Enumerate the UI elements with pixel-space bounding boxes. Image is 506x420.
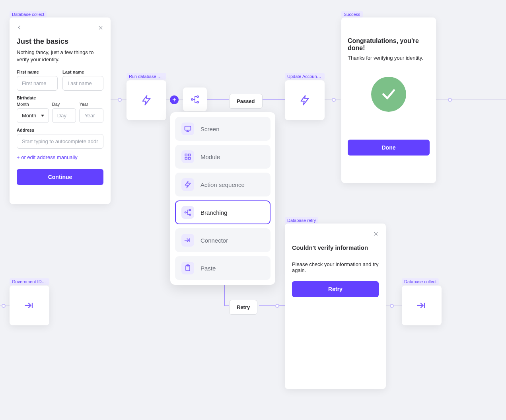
update-account-node[interactable] bbox=[285, 80, 325, 120]
menu-item-paste[interactable]: Paste bbox=[175, 256, 271, 280]
back-button[interactable] bbox=[17, 25, 22, 32]
continue-button[interactable]: Continue bbox=[17, 169, 103, 185]
year-input[interactable] bbox=[79, 108, 103, 123]
node-label: Database collect bbox=[10, 11, 47, 18]
retry-body: Please check your information and try ag… bbox=[292, 261, 379, 273]
menu-item-branching[interactable]: Branching bbox=[175, 200, 271, 224]
connection-dot bbox=[390, 304, 394, 308]
month-label: Month bbox=[17, 102, 49, 107]
node-label: Database collect bbox=[402, 278, 439, 285]
branch-label-passed[interactable]: Passed bbox=[229, 94, 263, 109]
node-label: Update Account from In... bbox=[285, 73, 325, 80]
node-label: Database retry bbox=[285, 217, 318, 224]
first-name-label: First name bbox=[17, 70, 58, 74]
node-label: Success bbox=[341, 11, 363, 18]
address-input[interactable] bbox=[17, 134, 103, 149]
day-input[interactable] bbox=[52, 108, 76, 123]
menu-item-connector[interactable]: Connector bbox=[175, 228, 271, 252]
bolt-icon bbox=[299, 95, 310, 106]
connection-dot bbox=[275, 304, 279, 308]
node-label: Government ID verificati... bbox=[10, 278, 49, 285]
close-button[interactable] bbox=[373, 231, 379, 238]
node-label: Run database verification bbox=[127, 73, 166, 80]
run-db-verification-node[interactable] bbox=[127, 80, 166, 120]
first-name-input[interactable] bbox=[17, 76, 58, 91]
menu-item-label: Paste bbox=[200, 265, 216, 272]
last-name-label: Last name bbox=[62, 70, 103, 74]
bolt-icon bbox=[141, 95, 152, 106]
menu-item-module[interactable]: Module bbox=[175, 145, 271, 169]
menu-item-action-sequence[interactable]: Action sequence bbox=[175, 173, 271, 196]
day-label: Day bbox=[52, 102, 76, 107]
retry-button[interactable]: Retry bbox=[292, 281, 379, 297]
done-button[interactable]: Done bbox=[348, 140, 430, 156]
connection-dot bbox=[448, 98, 452, 102]
branch-icon bbox=[190, 95, 200, 104]
close-button[interactable] bbox=[98, 25, 103, 32]
birthdate-label: Birthdate bbox=[17, 95, 103, 100]
connector-icon bbox=[181, 234, 194, 247]
clipboard-icon bbox=[181, 262, 194, 274]
government-id-node[interactable] bbox=[10, 286, 49, 325]
success-check-icon bbox=[371, 77, 406, 112]
connector-icon bbox=[416, 300, 427, 311]
card-title: Just the basics bbox=[17, 37, 103, 46]
success-title: Congratulations, you're done! bbox=[348, 37, 430, 52]
database-collect-node[interactable] bbox=[402, 286, 442, 325]
last-name-input[interactable] bbox=[62, 76, 103, 91]
bolt-icon bbox=[181, 178, 194, 191]
branching-node[interactable] bbox=[183, 88, 207, 111]
year-label: Year bbox=[79, 102, 103, 107]
address-label: Address bbox=[17, 128, 103, 132]
database-retry-card: Couldn't verify information Please check… bbox=[285, 224, 386, 389]
connection-dot bbox=[2, 304, 6, 308]
menu-item-label: Module bbox=[200, 154, 220, 160]
month-select[interactable]: Month bbox=[17, 108, 49, 123]
add-node-button[interactable]: + bbox=[170, 95, 179, 104]
branch-label-retry[interactable]: Retry bbox=[229, 300, 257, 315]
node-type-menu: Screen Module Action sequence Branching … bbox=[170, 112, 275, 285]
monitor-icon bbox=[181, 122, 194, 135]
success-card: Congratulations, you're done! Thanks for… bbox=[341, 18, 436, 183]
grid-icon bbox=[181, 150, 194, 163]
connection-dot bbox=[118, 98, 122, 102]
branch-icon bbox=[181, 206, 194, 219]
retry-title: Couldn't verify information bbox=[292, 244, 379, 251]
connection-dot bbox=[332, 98, 336, 102]
menu-item-label: Branching bbox=[200, 209, 228, 216]
menu-item-screen[interactable]: Screen bbox=[175, 117, 271, 141]
card-subtitle: Nothing fancy, just a few things to veri… bbox=[17, 49, 103, 63]
connector-icon bbox=[24, 300, 35, 311]
success-subtitle: Thanks for verifying your identity. bbox=[348, 55, 430, 61]
database-collect-card: Just the basics Nothing fancy, just a fe… bbox=[10, 18, 111, 204]
menu-item-label: Connector bbox=[200, 237, 228, 244]
edit-address-link[interactable]: + or edit address manually bbox=[17, 154, 103, 160]
menu-item-label: Action sequence bbox=[200, 181, 245, 188]
menu-item-label: Screen bbox=[200, 126, 220, 132]
